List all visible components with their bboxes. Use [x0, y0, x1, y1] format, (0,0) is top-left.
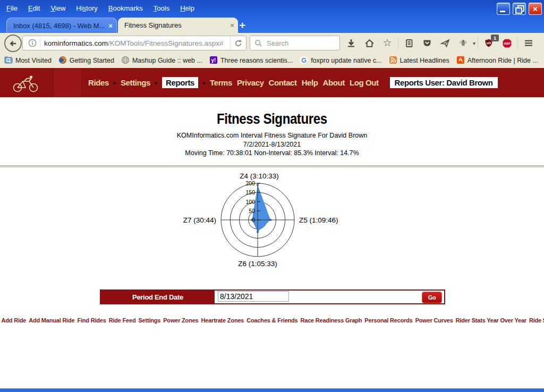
- yahoo-icon: y!: [209, 56, 218, 66]
- footer-link-add-manual-ride[interactable]: Add Manual Ride: [29, 317, 74, 323]
- send-icon[interactable]: [439, 37, 452, 49]
- menu-edit[interactable]: Edit: [23, 4, 45, 12]
- nav-arrow-icon: ▸: [203, 80, 205, 86]
- footer-link-ride-summary-charts[interactable]: Ride Summary Charts: [529, 317, 544, 323]
- zone-axis-label: Z5 (1:09:46): [299, 216, 338, 224]
- period-end-date-form: Period End Date Go: [100, 289, 445, 304]
- back-button[interactable]: [4, 35, 22, 52]
- overflow-caret-icon[interactable]: ▾: [473, 40, 475, 46]
- menu-bookmarks[interactable]: Bookmarks: [103, 4, 148, 12]
- close-button[interactable]: ×: [529, 3, 542, 15]
- svg-text:ABP: ABP: [504, 41, 510, 45]
- footer-link-power-zones[interactable]: Power Zones: [163, 317, 198, 323]
- bookmark-item[interactable]: Mashup Guide :: web ...: [121, 56, 202, 66]
- nav-item-about[interactable]: About: [323, 78, 345, 87]
- footer-link-personal-records[interactable]: Personal Records: [364, 317, 412, 323]
- firefox-icon: [58, 56, 67, 66]
- footer-link-settings[interactable]: Settings: [138, 317, 160, 323]
- url-text[interactable]: kominformatics.com/KOMTools/FitnessSigna…: [44, 39, 224, 47]
- close-tab-icon[interactable]: ×: [226, 21, 238, 29]
- search-bar[interactable]: [250, 36, 340, 50]
- nav-item-settings[interactable]: Settings: [121, 78, 150, 87]
- menu-file[interactable]: File: [1, 4, 23, 12]
- footer-link-power-curves[interactable]: Power Curves: [415, 317, 453, 323]
- footer-link-add-ride[interactable]: Add Ride: [2, 317, 27, 323]
- svg-text:150: 150: [245, 189, 255, 195]
- adblock-plus-icon[interactable]: ABP: [500, 37, 513, 49]
- subtitle-line: Moving Time: 70:38:01 Non-Interval: 85.3…: [0, 149, 544, 158]
- nav-item-reports[interactable]: Reports: [162, 77, 198, 88]
- title-bar: FileEditViewHistoryBookmarksToolsHelp × …: [0, 0, 544, 33]
- menu-help[interactable]: Help: [175, 4, 200, 12]
- bookmark-item[interactable]: y!Three reasons scientis...: [209, 56, 293, 66]
- bookmark-label: Getting Started: [70, 57, 114, 64]
- close-tab-icon[interactable]: ×: [105, 22, 116, 30]
- close-icon: ×: [529, 3, 541, 14]
- bookmark-star-icon[interactable]: ☆: [381, 37, 394, 49]
- svg-text:0: 0: [252, 217, 255, 223]
- svg-text:G: G: [301, 56, 307, 64]
- google-icon: G: [300, 56, 308, 66]
- home-icon[interactable]: [363, 37, 376, 49]
- new-tab-button[interactable]: +: [239, 20, 245, 31]
- nav-item-privacy[interactable]: Privacy: [237, 78, 264, 87]
- library-icon[interactable]: [403, 37, 415, 49]
- svg-text:50: 50: [249, 208, 255, 214]
- footer-link-coaches-friends[interactable]: Coaches & Friends: [246, 317, 298, 323]
- nav-item-log-out[interactable]: Log Out: [350, 78, 379, 87]
- period-end-date-input[interactable]: [218, 291, 289, 302]
- bookmarks-bar: Most VisitedGetting StartedMashup Guide …: [0, 53, 544, 68]
- ublock-badge: 1: [491, 35, 499, 41]
- subtitle-line: KOMInformatics.com Interval Fitness Sign…: [0, 131, 544, 140]
- bookmark-item[interactable]: Most Visited: [4, 56, 52, 66]
- bookmark-item[interactable]: Getting Started: [58, 56, 114, 66]
- footer-link-race-readiness-graph[interactable]: Race Readiness Graph: [301, 317, 362, 323]
- ublock-icon[interactable]: uO 1: [482, 37, 495, 49]
- footer-link-rider-stats-year-over-year[interactable]: Rider Stats Year Over Year: [456, 317, 526, 323]
- site-menu: Rides▸Settings▸Reports▸TermsPrivacyConta…: [88, 68, 498, 97]
- nav-item-contact[interactable]: Contact: [269, 78, 297, 87]
- footer-link-ride-feed[interactable]: Ride Feed: [109, 317, 136, 323]
- menu-history[interactable]: History: [71, 4, 103, 12]
- url-bar[interactable]: kominformatics.com/KOMTools/FitnessSigna…: [22, 36, 246, 50]
- window-bottom-border: [0, 388, 544, 392]
- site-info-icon[interactable]: [28, 39, 37, 47]
- svg-text:200: 200: [245, 180, 255, 186]
- radar-chart-svg: 050100150200Z4 (3:10:33)Z5 (1:09:46)Z6 (…: [167, 168, 359, 275]
- nav-accent-panel: [53, 68, 82, 97]
- cyclist-logo[interactable]: [12, 73, 39, 95]
- search-input[interactable]: [266, 39, 332, 48]
- download-icon[interactable]: [345, 37, 358, 49]
- bookmark-item[interactable]: Afternoon Ride | Ride ...: [456, 56, 538, 66]
- zone-axis-label: Z6 (1:05:33): [238, 260, 277, 268]
- bookmark-item[interactable]: Gfoxpro update native c...: [300, 56, 381, 66]
- menu-tools[interactable]: Tools: [148, 4, 175, 12]
- restore-button[interactable]: [513, 3, 526, 15]
- page-title: Fitness Signatures: [0, 108, 544, 128]
- bookmark-item[interactable]: Latest Headlines: [389, 56, 449, 66]
- nav-item-terms[interactable]: Terms: [210, 78, 232, 87]
- nav-item-rides[interactable]: Rides: [88, 78, 109, 87]
- zone-axis-label: Z4 (3:10:33): [240, 172, 279, 180]
- go-button[interactable]: Go: [422, 292, 442, 303]
- minimize-button[interactable]: [497, 3, 510, 15]
- footer-link-find-rides[interactable]: Find Rides: [77, 317, 106, 323]
- bookmark-label: Latest Headlines: [400, 57, 449, 64]
- bookmark-label: Three reasons scientis...: [220, 57, 293, 64]
- navigation-toolbar: kominformatics.com/KOMTools/FitnessSigna…: [0, 33, 544, 54]
- reload-button[interactable]: [230, 36, 246, 50]
- pocket-icon[interactable]: [421, 37, 434, 49]
- search-icon: [254, 39, 262, 47]
- menu-view[interactable]: View: [45, 4, 71, 12]
- report-subtitle: KOMInformatics.com Interval Fitness Sign…: [0, 131, 544, 158]
- hamburger-menu-icon[interactable]: [522, 37, 535, 49]
- footer-link-heartrate-zones[interactable]: Heartrate Zones: [201, 317, 244, 323]
- nav-item-help[interactable]: Help: [302, 78, 318, 87]
- tab-inbox[interactable]: Inbox (4815, 4698) - Web M... ×: [6, 18, 117, 33]
- tab-label: Inbox (4815, 4698) - Web M...: [7, 22, 105, 30]
- rss-icon: [389, 56, 397, 66]
- fly-extension-icon[interactable]: [457, 37, 470, 49]
- tab-fitness-signatures[interactable]: Fitness Signatures ×: [118, 18, 238, 33]
- zone-axis-label: Z7 (30:44): [183, 216, 216, 224]
- subtitle-line: 7/2/2021-8/13/2021: [0, 140, 544, 149]
